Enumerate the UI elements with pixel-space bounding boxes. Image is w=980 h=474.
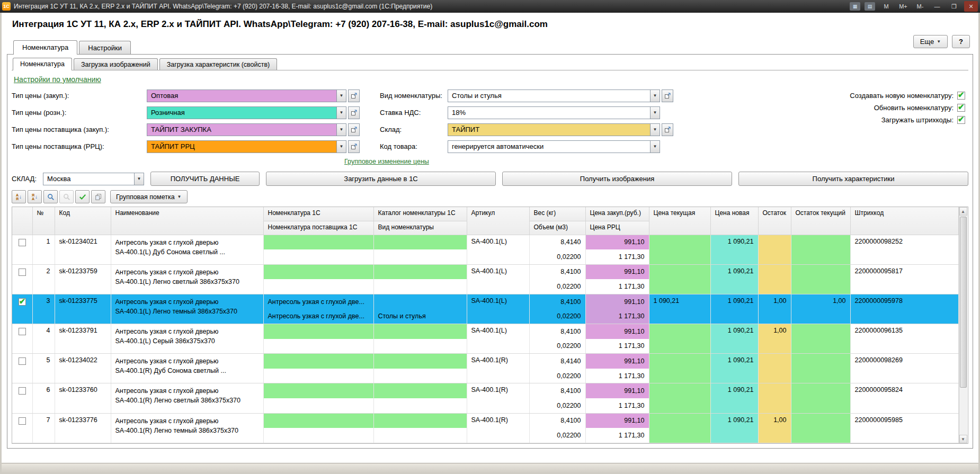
maximize-button[interactable]: ❐ [947,1,961,12]
cell-nom-1c[interactable]: Антресоль узкая с глухой две... [263,294,373,309]
cell-num[interactable]: 1 [32,235,55,264]
header-price-purchase[interactable]: Цена закуп.(руб.) [585,207,649,221]
nomenclature-kind-field[interactable]: Столы и стулья ▼ [448,90,660,102]
dropdown-button[interactable]: ▼ [650,123,660,136]
cell-nom-supplier[interactable] [263,339,373,354]
cell-nom-1c[interactable] [263,413,373,428]
cell-catalog[interactable] [373,324,467,339]
cell-volume[interactable]: 0,02200 [529,279,585,294]
cell-stock-current[interactable] [791,413,850,443]
create-new-nomenclature-checkbox[interactable] [957,92,965,100]
cell-stock[interactable] [758,354,791,383]
header-nom-type[interactable]: Вид номенклатуры [373,221,467,235]
cell-nom-supplier[interactable] [263,249,373,264]
cell-code[interactable]: sk-01234021 [55,235,111,264]
cell-price-purchase[interactable]: 991,10 [585,324,649,339]
cell-price-purchase[interactable]: 991,10 [585,383,649,398]
cell-catalog[interactable] [373,383,467,398]
cell-price-rrc[interactable]: 1 171,30 [585,369,649,383]
cell-article[interactable]: SA-400.1(L) [467,324,529,354]
group-price-change-link[interactable]: Групповое изменение цены [344,158,429,165]
cell-price-new[interactable]: 1 090,21 [710,354,758,383]
supplier-price-purchase-field[interactable]: ТАЙПИТ ЗАКУПКА ▼ [147,123,346,136]
cell-price-new[interactable]: 1 090,21 [710,383,758,413]
row-select-cell[interactable] [12,235,32,264]
cell-price-rrc[interactable]: 1 171,30 [585,279,649,294]
cell-nom-type[interactable] [373,339,467,354]
cell-catalog[interactable] [373,264,467,279]
calendar-icon[interactable]: ▦ [850,2,860,11]
dropdown-button[interactable]: ▼ [336,106,346,119]
cell-weight[interactable]: 8,4100 [529,383,585,398]
cell-nom-1c[interactable] [263,383,373,398]
load-barcodes-checkbox[interactable] [957,116,965,124]
group-mark-button[interactable]: Групповая пометка▼ [110,190,188,203]
cell-name[interactable]: Антресоль узкая с глухой дверьюSA-400.1(… [111,235,263,264]
copy-button[interactable] [91,190,105,203]
cell-price-current[interactable] [649,383,710,413]
close-button[interactable]: ✕ [964,1,978,12]
scrollbar-thumb[interactable] [960,217,967,388]
cell-price-purchase[interactable]: 991,10 [585,264,649,279]
cell-nom-type[interactable] [373,369,467,383]
cell-nom-1c[interactable] [263,354,373,369]
vertical-scrollbar[interactable]: ▲ ▼ [959,207,967,443]
cell-barcode[interactable]: 2200000095824 [850,383,958,413]
open-button[interactable] [662,123,673,136]
cell-weight[interactable]: 8,4140 [529,235,585,249]
table-row[interactable]: 2 sk-01233759 Антресоль узкая с глухой д… [12,264,958,279]
cell-barcode[interactable]: 2200000096135 [850,324,958,354]
cell-article[interactable]: SA-400.1(L) [467,294,529,324]
cell-weight[interactable]: 8,4100 [529,324,585,339]
vat-rate-field[interactable]: 18% ▼ [448,106,660,119]
scroll-up-icon[interactable]: ▲ [959,207,967,216]
warehouse-field[interactable]: ТАЙПИТ ▼ [448,123,660,136]
cell-price-rrc[interactable]: 1 171,30 [585,339,649,354]
cell-name[interactable]: Антресоль узкая с глухой дверьюSA-400.1(… [111,264,263,294]
cell-nom-1c[interactable] [263,235,373,249]
cell-code[interactable]: sk-01233760 [55,383,111,413]
header-nom-1c[interactable]: Номенклатура 1С [263,207,373,221]
search-button[interactable] [43,190,58,203]
cell-weight[interactable]: 8,4100 [529,413,585,428]
get-data-button[interactable]: ПОЛУЧИТЬ ДАННЫЕ [150,172,260,186]
header-price-new[interactable]: Цена новая [710,207,758,235]
dropdown-button[interactable]: ▼ [650,106,660,119]
get-characteristics-button[interactable]: Получить характеристики [738,172,968,186]
open-button[interactable] [348,106,360,119]
price-type-purchase-field[interactable]: Оптовая ▼ [147,90,346,102]
row-checkbox[interactable] [19,417,26,425]
update-nomenclature-checkbox[interactable] [957,104,965,112]
dropdown-button[interactable]: ▼ [336,140,346,153]
cell-nom-supplier[interactable]: Антресоль узкая с глухой две... [263,309,373,324]
cell-num[interactable]: 5 [32,354,55,383]
cell-price-rrc[interactable]: 1 171,30 [585,249,649,264]
cell-stock-current[interactable] [791,235,850,264]
cell-nom-supplier[interactable] [263,279,373,294]
cell-price-current[interactable] [649,324,710,354]
cell-nom-supplier[interactable] [263,428,373,443]
cell-nom-type[interactable] [373,249,467,264]
cell-code[interactable]: sk-01233775 [55,294,111,324]
cell-stock-current[interactable] [791,354,850,383]
cell-volume[interactable]: 0,02200 [529,249,585,264]
open-button[interactable] [348,90,360,102]
cell-catalog[interactable] [373,294,467,309]
cell-article[interactable]: SA-400.1(R) [467,354,529,383]
table-row[interactable]: 4 sk-01233791 Антресоль узкая с глухой д… [12,324,958,339]
cell-price-current[interactable] [649,354,710,383]
cell-price-purchase[interactable]: 991,10 [585,235,649,249]
dropdown-button[interactable]: ▼ [336,90,346,102]
cell-article[interactable]: SA-400.1(R) [467,413,529,443]
cell-nom-type[interactable] [373,398,467,413]
cell-volume[interactable]: 0,02200 [529,398,585,413]
sklad-select[interactable]: Москва ▼ [43,173,144,185]
open-button[interactable] [348,123,360,136]
cell-nom-supplier[interactable] [263,398,373,413]
cell-stock-current[interactable] [791,264,850,294]
cell-price-new[interactable]: 1 090,21 [710,324,758,354]
cell-num[interactable]: 6 [32,383,55,413]
cell-barcode[interactable]: 2200000095978 [850,294,958,324]
cell-stock[interactable]: 1,00 [758,324,791,354]
cell-price-rrc[interactable]: 1 171,30 [585,398,649,413]
